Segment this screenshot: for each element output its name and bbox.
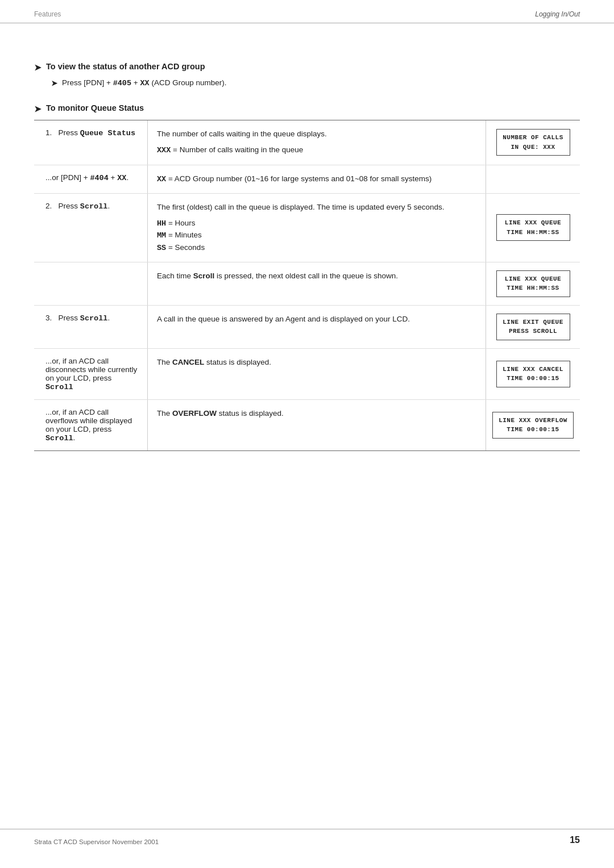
table-row: 3. Press Scroll. A call in the queue is …: [34, 306, 580, 349]
step-label-3b: ...or, if an ACD call overflows while di…: [45, 408, 132, 442]
step-label-3: Press Scroll.: [59, 314, 110, 322]
code-mm: MM: [157, 231, 166, 240]
table-row: ...or [PDN] + #404 + XX. XX = ACD Group …: [34, 165, 580, 194]
step-1-col: 1. Press Queue Status: [34, 120, 148, 165]
arrow-icon-2: ➤: [34, 104, 42, 114]
section-view-status: ➤ To view the status of another ACD grou…: [34, 62, 580, 73]
step-3-lcd: LINE EXIT QUEUE PRESS SCROLL: [486, 306, 580, 348]
step-1a-lcd-blank: [486, 165, 580, 193]
step-2-desc: The first (oldest) call in the queue is …: [148, 194, 486, 262]
table-row: ...or, if an ACD call disconnects while …: [34, 349, 580, 400]
desc-para-3a-1: The CANCEL status is displayed.: [157, 357, 476, 368]
main-content: ➤ To view the status of another ACD grou…: [0, 23, 614, 474]
step-label-2: Press Scroll.: [59, 202, 110, 210]
step-label-1: Press Queue Status: [59, 128, 135, 137]
lcd-line2-3b: TIME 00:00:15: [507, 426, 559, 433]
lcd-line1-3a: LINE XXX CANCEL: [503, 366, 563, 373]
desc-para-3b-1: The OVERFLOW status is displayed.: [157, 408, 476, 419]
lcd-box-2a: LINE XXX QUEUE TIME HH:MM:SS: [496, 270, 570, 297]
step-label-1a: ...or [PDN] + #404 + XX.: [45, 173, 128, 182]
step-number-3: 3.: [45, 314, 56, 322]
bold-cancel: CANCEL: [172, 358, 204, 366]
lcd-box-3: LINE EXIT QUEUE PRESS SCROLL: [496, 314, 570, 340]
lcd-line2-2a: TIME HH:MM:SS: [507, 285, 559, 291]
step-1-lcd: NUMBER OF CALLS IN QUE: XXX: [486, 120, 580, 165]
bold-overflow: OVERFLOW: [172, 409, 217, 418]
step-2-col: 2. Press Scroll.: [34, 194, 148, 262]
code-xx-1: XX: [140, 79, 149, 87]
page-footer: Strata CT ACD Supervisor November 2001 1…: [0, 829, 614, 845]
sub-desc-1a: XX = ACD Group number (01~16 for large s…: [148, 165, 486, 193]
lcd-line1-3b: LINE XXX OVERFLOW: [499, 417, 567, 424]
sub-desc-2a: Each time Scroll is pressed, the next ol…: [148, 262, 486, 305]
lcd-line2-3a: TIME 00:00:15: [507, 375, 559, 382]
section-monitor-queue: ➤ To monitor Queue Status: [34, 103, 580, 114]
bold-scroll-1: Scroll: [193, 272, 215, 280]
code-405: #405: [113, 79, 131, 87]
footer-page-number: 15: [570, 835, 580, 845]
sub-desc-3a: The CANCEL status is displayed.: [148, 349, 486, 399]
step-2a-lcd: LINE XXX QUEUE TIME HH:MM:SS: [486, 262, 580, 305]
table-row: 2. Press Scroll. The first (oldest) call…: [34, 194, 580, 262]
step-blank-3b: ...or, if an ACD call overflows while di…: [34, 400, 148, 450]
code-ss: SS: [157, 244, 166, 252]
step-blank-1a: ...or [PDN] + #404 + XX.: [34, 165, 148, 193]
sub-arrow-icon-1: ➤: [51, 79, 57, 87]
sub-desc-3b: The OVERFLOW status is displayed.: [148, 400, 486, 450]
desc-para-1-2: XXX = Number of calls waiting in the que…: [157, 144, 476, 156]
step-3-col: 3. Press Scroll.: [34, 306, 148, 348]
table-row: Each time Scroll is pressed, the next ol…: [34, 262, 580, 306]
code-xx-2: XX: [117, 174, 126, 182]
step-bold-3: Scroll: [80, 314, 108, 323]
step-3-desc: A call in the queue is answered by an Ag…: [148, 306, 486, 348]
desc-para-1a-1: XX = ACD Group number (01~16 for large s…: [157, 173, 476, 185]
lcd-box-2: LINE XXX QUEUE TIME HH:MM:SS: [496, 214, 570, 241]
code-xxx-1: XXX: [157, 146, 171, 155]
bold-scroll-3: Scroll: [45, 434, 73, 443]
lcd-line1-3: LINE EXIT QUEUE: [503, 319, 563, 326]
footer-left: Strata CT ACD Supervisor November 2001: [34, 838, 159, 845]
lcd-line1-1: NUMBER OF CALLS: [503, 134, 563, 141]
header-left: Features: [34, 10, 61, 18]
section-heading-1: To view the status of another ACD group: [46, 62, 205, 71]
table-row: ...or, if an ACD call overflows while di…: [34, 400, 580, 450]
table-row: 1. Press Queue Status The number of call…: [34, 120, 580, 165]
section-heading-2: To monitor Queue Status: [46, 103, 144, 112]
step-1-desc: The number of calls waiting in the queue…: [148, 120, 486, 165]
step-blank-3a: ...or, if an ACD call disconnects while …: [34, 349, 148, 399]
step-number-1: 1.: [45, 128, 56, 137]
lcd-line2-2: TIME HH:MM:SS: [507, 229, 559, 236]
step-label-3a: ...or, if an ACD call disconnects while …: [45, 357, 137, 391]
step-3a-lcd: LINE XXX CANCEL TIME 00:00:15: [486, 349, 580, 399]
bold-scroll-2: Scroll: [45, 383, 73, 391]
code-404: #404: [90, 174, 108, 182]
lcd-box-3b: LINE XXX OVERFLOW TIME 00:00:15: [492, 412, 574, 439]
lcd-line1-2: LINE XXX QUEUE: [505, 219, 561, 226]
code-xx-3: XX: [157, 175, 166, 183]
desc-para-3-1: A call in the queue is answered by an Ag…: [157, 314, 476, 325]
header-right: Logging In/Out: [535, 10, 580, 18]
code-hh: HH: [157, 219, 166, 228]
lcd-line1-2a: LINE XXX QUEUE: [505, 276, 561, 282]
step-2-lcd: LINE XXX QUEUE TIME HH:MM:SS: [486, 194, 580, 262]
lcd-line2-3: PRESS SCROLL: [509, 328, 557, 335]
step-3b-lcd: LINE XXX OVERFLOW TIME 00:00:15: [486, 400, 580, 450]
desc-para-2-2: HH = Hours MM = Minutes SS = Seconds: [157, 218, 476, 254]
lcd-box-1: NUMBER OF CALLS IN QUE: XXX: [496, 129, 570, 156]
desc-para-2-1: The first (oldest) call in the queue is …: [157, 202, 476, 213]
desc-para-2a-1: Each time Scroll is pressed, the next ol…: [157, 270, 476, 282]
steps-table: 1. Press Queue Status The number of call…: [34, 120, 580, 451]
step-bold-2: Scroll: [80, 202, 108, 211]
step-blank-2a: [34, 262, 148, 305]
arrow-icon-1: ➤: [34, 62, 42, 73]
lcd-line2-1: IN QUE: XXX: [511, 144, 555, 151]
step-bold-1: Queue Status: [80, 129, 135, 137]
step-number-2: 2.: [45, 202, 56, 210]
page-header: Features Logging In/Out: [0, 0, 614, 23]
desc-para-1-1: The number of calls waiting in the queue…: [157, 128, 476, 140]
sub-heading-1: ➤ Press [PDN] + #405 + XX (ACD Group num…: [51, 78, 580, 87]
page: Features Logging In/Out ➤ To view the st…: [0, 0, 614, 868]
lcd-box-3a: LINE XXX CANCEL TIME 00:00:15: [496, 361, 570, 387]
sub-heading-text-1: Press [PDN] + #405 + XX (ACD Group numbe…: [62, 78, 226, 87]
